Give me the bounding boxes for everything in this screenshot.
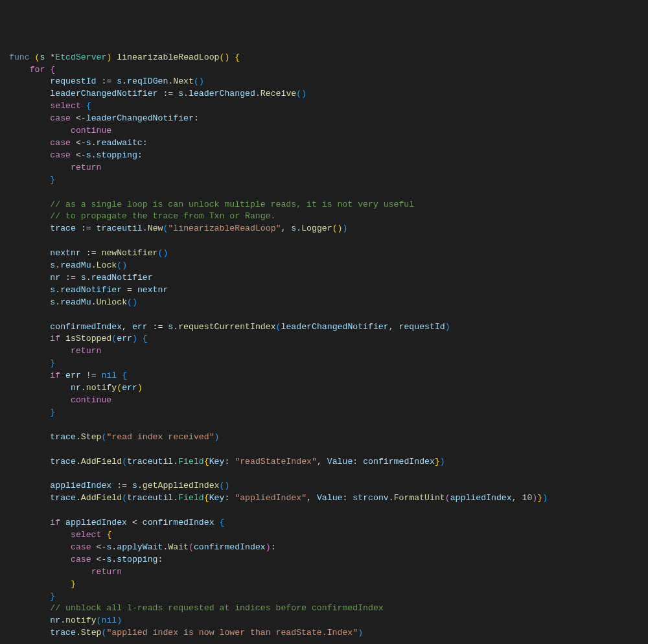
code-line[interactable]: appliedIndex := s.getAppliedIndex() [0, 480, 648, 492]
token-ident: reqIDGen [127, 76, 168, 86]
token-ident: confirmedIndex [363, 457, 435, 466]
token-ctrl: return [91, 567, 122, 577]
token-ident: s [86, 150, 91, 160]
token-func: requestCurrentIndex [178, 322, 275, 332]
code-line[interactable]: } [0, 358, 648, 370]
token-ident: trace [50, 457, 76, 466]
code-line[interactable]: nextnr := newNotifier() [0, 247, 648, 260]
token-func: linearizableReadLoop [117, 52, 219, 62]
token-ident: leaderChangedNotifier [50, 89, 157, 98]
token-ident: err [65, 371, 81, 380]
token-ident: s [50, 297, 55, 307]
token-ctrl: case [50, 113, 71, 123]
code-line[interactable]: trace.AddField(traceutil.Field{Key: "rea… [0, 456, 648, 468]
token-ctrl: return [71, 346, 101, 356]
code-line[interactable]: // to propagate the trace from Txn or Ra… [0, 211, 648, 223]
token-op: <- [76, 138, 86, 148]
code-line[interactable] [0, 235, 648, 247]
token-func: Receive [260, 89, 296, 98]
code-line[interactable]: // as a single loop is can unlock multip… [0, 199, 648, 211]
code-line[interactable]: } [0, 174, 648, 187]
code-line[interactable] [0, 468, 648, 480]
code-line[interactable]: case <-s.applyWait.Wait(confirmedIndex): [0, 542, 648, 554]
token-ident: nr [71, 383, 81, 393]
code-line[interactable]: continue [0, 125, 648, 137]
code-line[interactable]: return [0, 345, 648, 358]
code-line[interactable]: leaderChangedNotifier := s.leaderChanged… [0, 88, 648, 100]
token-op: <- [76, 113, 86, 123]
token-op: := [81, 224, 91, 233]
token-op: := [163, 89, 173, 98]
code-line[interactable] [0, 187, 648, 199]
code-line[interactable]: nr := s.readNotifier [0, 272, 648, 284]
code-line[interactable]: if err != nil { [0, 370, 648, 382]
code-line[interactable]: return [0, 566, 648, 579]
code-line[interactable]: if appliedIndex < confirmedIndex { [0, 517, 648, 529]
code-line[interactable]: s.readMu.Unlock() [0, 297, 648, 309]
token-ident: requestId [399, 322, 445, 332]
code-line[interactable]: case <-s.stopping: [0, 150, 648, 162]
token-func: Wait [168, 542, 189, 552]
code-line[interactable] [0, 505, 648, 517]
token-ctrl: case [71, 542, 91, 552]
token-ident: traceutil [127, 493, 173, 503]
code-line[interactable]: select { [0, 100, 648, 113]
token-ident: applyWait [117, 542, 163, 552]
token-ctrl: for [30, 65, 45, 75]
token-op: <- [97, 555, 107, 564]
code-line[interactable]: return [0, 162, 648, 174]
code-line[interactable]: trace := traceutil.New("linearizableRead… [0, 223, 648, 235]
code-line[interactable] [0, 444, 648, 456]
code-line[interactable]: case <-leaderChangedNotifier: [0, 113, 648, 125]
token-func: Step [81, 628, 102, 638]
token-cmt: // unblock all l-reads requested at indi… [50, 603, 383, 613]
code-line[interactable]: func (s *EtcdServer) linearizableReadLoo… [0, 52, 648, 64]
token-cmt: // to propagate the trace from Txn or Ra… [50, 211, 275, 221]
token-ident: trace [50, 493, 76, 503]
token-ident: s [106, 555, 111, 564]
code-line[interactable]: continue [0, 395, 648, 407]
token-ident: s [40, 52, 45, 62]
code-line[interactable] [0, 639, 648, 644]
token-ident: nextnr [137, 285, 168, 295]
code-line[interactable]: trace.Step("read index received") [0, 431, 648, 444]
code-line[interactable]: } [0, 407, 648, 419]
token-ident: leaderChanged [189, 89, 255, 98]
token-func: notify [65, 615, 96, 625]
token-ident: s [50, 260, 55, 270]
token-ident: appliedIndex [50, 481, 111, 490]
token-ident: s [291, 224, 296, 233]
token-ident: err [117, 334, 132, 343]
code-line[interactable]: // unblock all l-reads requested at indi… [0, 603, 648, 615]
code-line[interactable]: case <-s.readwaitc: [0, 137, 648, 150]
token-str: "linearizableReadLoop" [168, 224, 281, 233]
code-line[interactable]: requestId := s.reqIDGen.Next() [0, 76, 648, 88]
token-str: "read index received" [106, 432, 214, 442]
token-ident: nr [50, 273, 60, 282]
code-line[interactable]: confirmedIndex, err := s.requestCurrentI… [0, 321, 648, 334]
code-line[interactable]: select { [0, 529, 648, 542]
token-ident: requestId [50, 76, 96, 86]
token-op: := [101, 76, 111, 86]
code-line[interactable]: if isStopped(err) { [0, 333, 648, 345]
token-ident: trace [50, 628, 76, 638]
code-line[interactable]: s.readNotifier = nextnr [0, 284, 648, 297]
code-editor[interactable]: func (s *EtcdServer) linearizableReadLoo… [0, 52, 648, 644]
code-line[interactable]: trace.AddField(traceutil.Field{Key: "app… [0, 492, 648, 505]
code-line[interactable]: trace.Step("applied index is now lower t… [0, 627, 648, 639]
token-ident: traceutil [127, 457, 173, 466]
code-line[interactable]: nr.notify(nil) [0, 615, 648, 627]
code-line[interactable]: s.readMu.Lock() [0, 260, 648, 272]
code-line[interactable]: } [0, 579, 648, 591]
code-line[interactable]: case <-s.stopping: [0, 554, 648, 566]
token-ident: Value [317, 493, 343, 503]
code-line[interactable]: nr.notify(err) [0, 382, 648, 395]
code-line[interactable] [0, 309, 648, 321]
code-line[interactable]: for { [0, 64, 648, 76]
code-line[interactable] [0, 419, 648, 431]
code-line[interactable]: } [0, 591, 648, 603]
token-ident: confirmedIndex [50, 322, 122, 332]
token-op: := [153, 322, 163, 332]
token-num: 10 [522, 493, 533, 503]
token-func: AddField [81, 457, 122, 466]
